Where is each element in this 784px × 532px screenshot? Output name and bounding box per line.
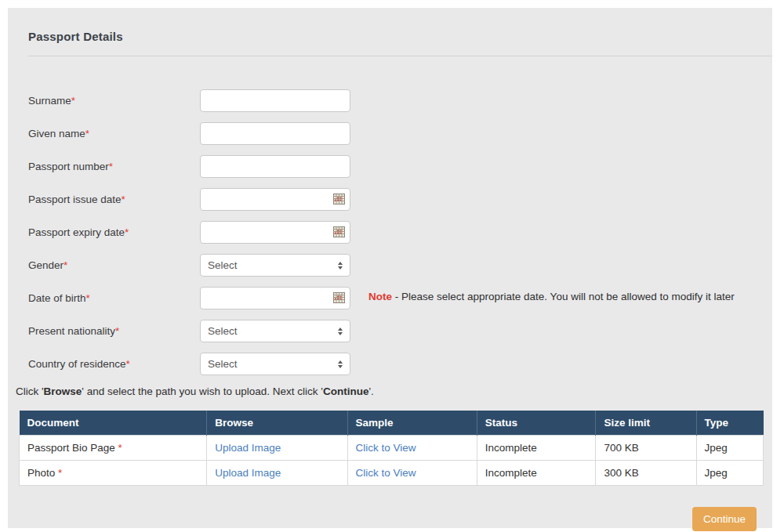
form-row-passport-expiry-date: Passport expiry date* (28, 221, 772, 244)
required-asterisk: * (86, 292, 90, 304)
given-name-label-text: Given name (28, 128, 85, 139)
calendar-icon[interactable] (333, 226, 345, 237)
gender-label-text: Gender (28, 259, 64, 271)
type-cell: Jpeg (696, 461, 763, 486)
required-asterisk: * (109, 161, 113, 172)
instruction-text: ' and select the path you wish to upload… (82, 385, 323, 397)
form-row-country-of-residence: Country of residence* Select (28, 353, 772, 375)
gender-label: Gender* (28, 259, 200, 271)
status-cell: Incomplete (477, 461, 596, 486)
passport-form: Surname* Given name* Passport number* Pa… (8, 89, 772, 375)
country-of-residence-label-text: Country of residence (28, 358, 126, 370)
passport-expiry-date-label: Passport expiry date* (28, 226, 200, 238)
country-of-residence-label: Country of residence* (28, 358, 200, 370)
passport-issue-date-input[interactable] (200, 188, 350, 211)
size-limit-cell: 700 KB (596, 436, 696, 461)
table-header-row: Document Browse Sample Status Size limit… (20, 411, 764, 436)
required-asterisk: * (125, 226, 129, 238)
form-row-surname: Surname* (28, 89, 772, 112)
passport-number-input[interactable] (200, 155, 350, 178)
required-asterisk: * (71, 95, 75, 107)
header-document: Document (20, 411, 207, 436)
date-of-birth-label: Date of birth* (28, 292, 200, 304)
note-text: - Please select appropriate date. You wi… (392, 291, 735, 302)
given-name-input[interactable] (200, 122, 350, 145)
browse-cell: Upload Image (207, 461, 347, 486)
passport-number-label-text: Passport number (28, 161, 109, 172)
documents-table-wrap: Document Browse Sample Status Size limit… (19, 411, 764, 486)
document-cell: Passport Bio Page * (20, 436, 207, 461)
upload-instruction: Click 'Browse' and select the path you w… (16, 385, 772, 397)
table-row-photo: Photo * Upload Image Click to View Incom… (20, 461, 764, 486)
present-nationality-select[interactable]: Select (200, 320, 350, 342)
surname-input[interactable] (200, 89, 350, 112)
upload-image-link[interactable]: Upload Image (215, 467, 281, 479)
date-of-birth-input[interactable] (200, 287, 350, 309)
header-type: Type (696, 411, 763, 436)
passport-details-panel: Passport Details Surname* Given name* Pa… (8, 8, 772, 528)
passport-expiry-date-label-text: Passport expiry date (28, 226, 125, 238)
form-row-given-name: Given name* (28, 122, 772, 145)
required-asterisk: * (64, 259, 67, 271)
gender-select[interactable]: Select (200, 254, 350, 277)
gender-select-value: Select (208, 259, 238, 271)
header-status: Status (477, 411, 596, 436)
continue-button[interactable]: Continue (692, 507, 757, 531)
title-divider (27, 56, 772, 56)
passport-issue-date-label-text: Passport issue date (28, 194, 122, 205)
form-row-passport-issue-date: Passport issue date* (28, 188, 772, 211)
required-asterisk: * (126, 358, 130, 370)
form-row-date-of-birth: Date of birth* Note - Please select appr… (28, 287, 772, 309)
given-name-label: Given name* (28, 128, 200, 139)
required-asterisk: * (122, 194, 125, 205)
document-name: Photo (27, 467, 55, 479)
form-row-passport-number: Passport number* (28, 155, 772, 178)
instruction-text: '. (368, 385, 373, 397)
surname-label: Surname* (28, 95, 200, 107)
passport-expiry-date-input[interactable] (200, 221, 350, 244)
surname-label-text: Surname (28, 95, 71, 107)
header-browse: Browse (207, 411, 347, 436)
form-row-gender: Gender* Select (28, 254, 772, 277)
country-of-residence-select[interactable]: Select (200, 353, 350, 375)
instruction-continue-word: Continue (323, 385, 369, 397)
documents-table: Document Browse Sample Status Size limit… (19, 411, 764, 486)
type-cell: Jpeg (696, 436, 763, 461)
size-limit-cell: 300 KB (596, 461, 696, 486)
updown-caret-icon (338, 360, 343, 368)
required-asterisk: * (118, 442, 122, 454)
updown-caret-icon (338, 262, 343, 270)
country-of-residence-select-value: Select (208, 358, 238, 370)
present-nationality-label-text: Present nationality (28, 325, 115, 337)
calendar-icon[interactable] (333, 292, 345, 303)
sample-cell: Click to View (347, 461, 477, 486)
date-of-birth-label-text: Date of birth (28, 292, 86, 304)
passport-issue-date-label: Passport issue date* (28, 194, 200, 205)
note-label: Note (368, 291, 392, 302)
dob-note: Note - Please select appropriate date. Y… (368, 288, 760, 306)
present-nationality-label: Present nationality* (28, 325, 200, 337)
passport-number-label: Passport number* (28, 161, 200, 172)
click-to-view-link[interactable]: Click to View (356, 442, 416, 454)
upload-image-link[interactable]: Upload Image (215, 442, 281, 454)
required-asterisk: * (85, 128, 89, 139)
required-asterisk: * (115, 325, 119, 337)
present-nationality-select-value: Select (208, 325, 238, 337)
form-footer: Continue (8, 507, 757, 531)
sample-cell: Click to View (347, 436, 477, 461)
instruction-browse-word: Browse (44, 385, 82, 397)
updown-caret-icon (338, 328, 343, 335)
instruction-text: Click ' (16, 385, 44, 397)
document-cell: Photo * (20, 461, 207, 486)
document-name: Passport Bio Page (27, 442, 115, 454)
click-to-view-link[interactable]: Click to View (356, 467, 416, 479)
browse-cell: Upload Image (207, 436, 347, 461)
calendar-icon[interactable] (333, 194, 345, 204)
header-sample: Sample (347, 411, 477, 436)
table-row-passport-bio-page: Passport Bio Page * Upload Image Click t… (20, 436, 764, 461)
required-asterisk: * (58, 467, 62, 479)
page-title: Passport Details (8, 8, 772, 43)
status-cell: Incomplete (477, 436, 596, 461)
form-row-present-nationality: Present nationality* Select (28, 320, 772, 342)
header-size-limit: Size limit (596, 411, 696, 436)
